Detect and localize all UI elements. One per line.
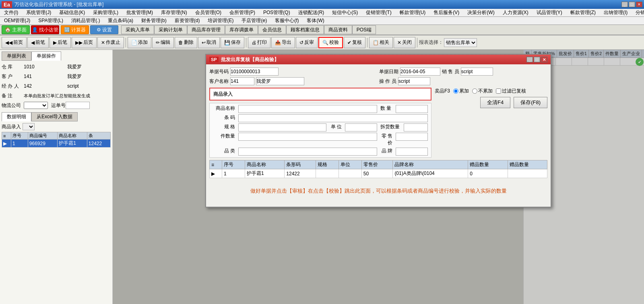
menu-club[interactable]: 会所管理(P) — [227, 9, 258, 16]
modal-close[interactable]: ✕ — [541, 57, 547, 62]
goods-name-input[interactable] — [238, 105, 377, 113]
report-select[interactable]: 销售出库单 — [444, 38, 477, 47]
nav-customer-file[interactable]: 顾客档案信息 — [286, 25, 324, 34]
filter-checkbox[interactable] — [496, 88, 501, 94]
toolbar-next-record[interactable]: ▶ 后笔 — [50, 37, 71, 48]
nav-pos[interactable]: POS端 — [352, 25, 376, 34]
toolbar-delete[interactable]: 🗑 删除 — [175, 37, 197, 48]
maximize-btn[interactable]: □ — [629, 2, 635, 7]
menu-finance[interactable]: 财务管理(b) — [139, 17, 169, 25]
tab-excel-import[interactable]: 从Excel导入数据 — [31, 112, 78, 121]
toolbar-review[interactable]: ✔ 复核 — [344, 37, 365, 48]
nav-purchase-in[interactable]: 采购入库单 — [121, 25, 154, 34]
menu-sms[interactable]: 短信中心(S) — [330, 9, 360, 16]
menu-spa[interactable]: SPA管理(L) — [36, 17, 66, 25]
toolbar-export[interactable]: 📤 导出 — [271, 37, 295, 48]
menu-file[interactable]: 文件(I) — [2, 9, 21, 16]
logistics-select[interactable] — [24, 102, 48, 109]
modal-minimize[interactable]: _ — [526, 57, 533, 62]
radio-no-acc-input[interactable] — [472, 88, 477, 94]
table-row[interactable]: ▶ 1 966929 护手霜1 12422 — [2, 140, 111, 148]
operator-input[interactable] — [398, 77, 430, 85]
menu-customer-service[interactable]: 客服中心(f) — [272, 17, 301, 25]
nav-stock-manage[interactable]: 商品库存管理 — [187, 25, 225, 34]
toolbar-print[interactable]: 🖨 打印 — [248, 37, 270, 48]
menu-member[interactable]: 会员管理(O) — [193, 9, 224, 16]
nav-assistant[interactable]: 👤 找小达管 — [31, 25, 59, 34]
menu-distribution[interactable]: 分销管理(S) — [633, 9, 644, 16]
toolbar-close[interactable]: ✕ 关闭 — [394, 37, 415, 48]
menu-account2[interactable]: 帐款管理(Z) — [568, 9, 598, 16]
menu-consumable[interactable]: 消耗品管理(.) — [69, 17, 102, 25]
radio-acc-input[interactable] — [453, 88, 458, 94]
nav-home[interactable]: 🏠 主界面 — [2, 25, 30, 34]
menu-store[interactable]: 手店管理(e) — [239, 17, 269, 25]
toolbar-reverse-review[interactable]: ↺ 反审 — [296, 37, 318, 48]
modal-controls[interactable]: _ □ ✕ — [526, 57, 547, 62]
menu-sample[interactable]: 试品管理(Y) — [534, 9, 565, 16]
menu-analysis[interactable]: 决策分析(W) — [465, 9, 497, 16]
clear-btn[interactable]: 全清F4 — [480, 97, 510, 108]
toolbar-save[interactable]: 💾 保存 — [221, 37, 244, 48]
product-entry-select[interactable] — [23, 123, 35, 130]
menu-pos[interactable]: POS管理(Q) — [261, 9, 293, 16]
menu-batch[interactable]: 批发管理(M) — [124, 9, 155, 16]
tracking-input[interactable] — [66, 102, 90, 109]
nav-goods-data[interactable]: 商品资料 — [324, 25, 352, 34]
menu-training[interactable]: 培训管理(E) — [205, 17, 236, 25]
menu-keybarcode[interactable]: 重点条码(a) — [105, 17, 136, 25]
menu-basic[interactable]: 基础信息(K) — [57, 9, 87, 16]
menu-service[interactable]: 售后服务(V) — [431, 9, 462, 16]
menu-salary[interactable]: 薪资管理(d) — [172, 17, 202, 25]
menu-oem[interactable]: OEM管理(J) — [2, 17, 33, 25]
nav-member-info[interactable]: 会员信息 — [258, 25, 286, 34]
toolbar-void[interactable]: ✕ 作废止 — [97, 37, 124, 48]
menu-system[interactable]: 系统管理(J) — [24, 9, 54, 16]
goods-retail-input[interactable] — [396, 133, 428, 141]
menu-cashier[interactable]: 出纳管理(I) — [601, 9, 630, 16]
window-controls[interactable]: _ □ ✕ — [621, 2, 642, 7]
close-btn[interactable]: ✕ — [636, 2, 642, 7]
radio-accumulate[interactable]: 累加 — [453, 88, 469, 94]
menu-purchase[interactable]: 采购管理(L) — [91, 9, 121, 16]
loose-qty-input[interactable] — [404, 123, 428, 131]
sales-input[interactable] — [461, 68, 493, 76]
goods-piece-qty-input[interactable] — [238, 133, 377, 141]
menu-inventory[interactable]: 库存管理(N) — [159, 9, 190, 16]
modal-table-row[interactable]: ▶ 1 护手霜1 12422 50 (01)A类品牌\(0104 0 — [210, 169, 547, 178]
customer-name-input[interactable] — [256, 77, 304, 85]
tab-list[interactable]: 单据列表 — [2, 51, 31, 61]
toolbar-prev-record[interactable]: ◀ 前笔 — [27, 37, 49, 48]
checkbox-filter-reviewed[interactable]: 过滤已复核 — [496, 88, 526, 94]
menu-hr[interactable]: 人力资源(X) — [500, 9, 531, 16]
goods-barcode-input[interactable] — [238, 114, 428, 122]
minimize-btn[interactable]: _ — [621, 2, 628, 7]
nav-settings[interactable]: ⚙ 设置 — [90, 25, 118, 34]
tab-operation[interactable]: 单据操作 — [31, 51, 61, 61]
customer-id-input[interactable] — [230, 77, 254, 85]
radio-no-accumulate[interactable]: 不累加 — [472, 88, 493, 94]
modal-maximize[interactable]: □ — [534, 57, 540, 62]
toolbar-related[interactable]: 📋 相关 — [369, 37, 393, 48]
nav-purchase-plan[interactable]: 采购计划单 — [154, 25, 187, 34]
goods-brand-input[interactable] — [396, 148, 428, 156]
toolbar-prev-page[interactable]: ◀◀ 前页 — [2, 37, 27, 48]
date-input[interactable] — [400, 68, 440, 76]
menu-body[interactable]: 客体(W) — [304, 17, 326, 25]
goods-qty-input[interactable] — [396, 105, 428, 113]
order-no-input[interactable] — [230, 68, 279, 76]
toolbar-edit[interactable]: ✏ 编辑 — [152, 37, 174, 48]
nav-calculator[interactable]: 🔢 计算器 — [61, 25, 89, 34]
menu-promo[interactable]: 促销管理(T) — [363, 9, 394, 16]
menu-account[interactable]: 帐款管理(U) — [397, 9, 428, 16]
goods-unit-input[interactable] — [345, 123, 377, 131]
toolbar-cancel[interactable]: ↩ 取消 — [198, 37, 220, 48]
toolbar-verify[interactable]: 🔍 校验 — [318, 37, 343, 48]
toolbar-add[interactable]: 📄 添加 — [128, 37, 151, 48]
menu-chain[interactable]: 连锁配送(R) — [296, 9, 327, 16]
goods-category-input[interactable] — [238, 148, 377, 156]
product-entry-box[interactable]: 商品录入 — [209, 88, 431, 101]
nav-stock-transfer[interactable]: 库存调拨单 — [225, 25, 258, 34]
save-btn[interactable]: 保存(F8) — [514, 97, 547, 108]
toolbar-next-page[interactable]: ▶▶ 后页 — [72, 37, 97, 48]
